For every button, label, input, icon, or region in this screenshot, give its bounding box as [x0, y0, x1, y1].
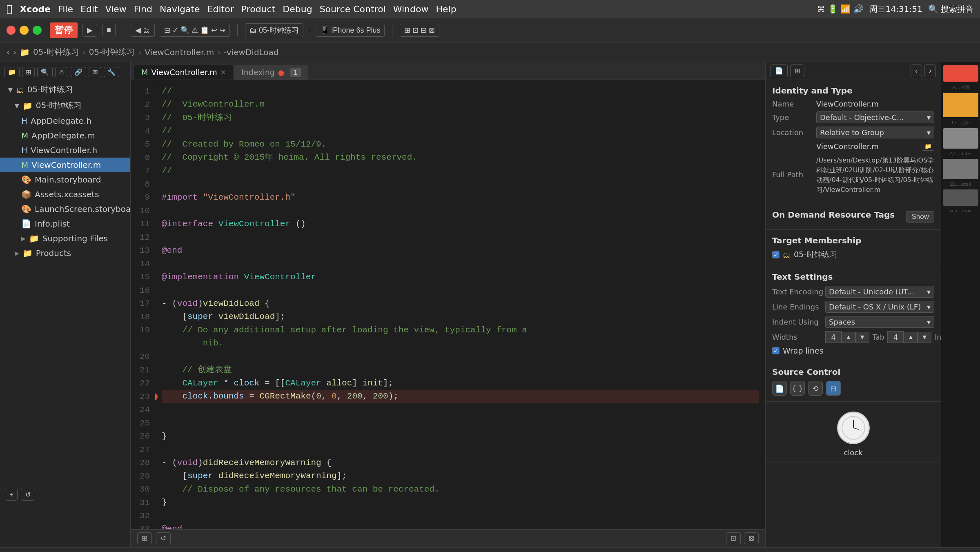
sidebar-btn-4[interactable]: ⚠	[55, 67, 68, 77]
editor-bottom-btn-4[interactable]: ⊠	[744, 532, 759, 544]
sidebar-item-assets[interactable]: 📦 Assets.xcassets	[0, 187, 130, 202]
menu-debug[interactable]: Debug	[283, 4, 312, 14]
breadcrumb-item-3[interactable]: -viewDidLoad	[224, 47, 278, 57]
sidebar-item-launch-storyboard[interactable]: 🎨 LaunchScreen.storyboard	[0, 202, 130, 216]
menu-navigate[interactable]: Navigate	[160, 4, 200, 14]
sidebar-btn-3[interactable]: 🔍	[37, 67, 53, 77]
tab-close-btn[interactable]: ✕	[220, 69, 226, 76]
breadcrumb-nav-left[interactable]: ‹	[7, 47, 10, 57]
menubar-search[interactable]: 🔍 搜索拼音	[928, 4, 973, 15]
toolbar-separator	[123, 24, 123, 36]
encoding-control: Default - Unicode (UT... ▾	[825, 286, 934, 298]
target-checkbox[interactable]: ✓	[772, 251, 780, 258]
scheme-button[interactable]: 🗂 05-时钟练习	[245, 23, 303, 37]
sidebar-nav-btn[interactable]: ↺	[21, 489, 35, 501]
menu-xcode[interactable]: Xcode	[20, 4, 51, 14]
rp-nav-right[interactable]: ›	[924, 65, 936, 77]
sc-icon-1[interactable]: 📄	[772, 381, 787, 396]
menu-editor[interactable]: Editor	[207, 4, 234, 14]
sc-icon-3[interactable]: ⟲	[808, 381, 823, 396]
sidebar-item-group[interactable]: ▼ 📁 05-时钟练习	[0, 98, 130, 114]
breadcrumb-nav-right[interactable]: ›	[13, 47, 16, 57]
minimize-button[interactable]	[20, 26, 29, 35]
menu-file[interactable]: File	[58, 4, 73, 14]
encoding-dropdown[interactable]: Default - Unicode (UT... ▾	[825, 286, 934, 298]
traffic-lights	[7, 26, 42, 35]
tab-value: 4	[825, 331, 842, 343]
layout-buttons[interactable]: ⊞ ⊡ ⊟ ⊠	[400, 24, 439, 37]
sidebar-item-appdelegate-h[interactable]: H AppDelegate.h	[0, 114, 130, 128]
sidebar-item-main-storyboard[interactable]: 🎨 Main.storyboard	[0, 172, 130, 187]
code-line-18: [super viewDidLoad];	[162, 311, 759, 324]
ln-9: 9	[131, 191, 150, 205]
sidebar-btn-6[interactable]: ✉	[89, 67, 101, 77]
close-button[interactable]	[7, 26, 16, 35]
sidebar-file-label: AppDelegate.h	[31, 116, 91, 126]
encoding-label: Text Encoding	[772, 287, 825, 296]
sidebar-item-viewcontroller-m[interactable]: M ViewController.m	[0, 158, 130, 172]
menubar:  Xcode File Edit View Find Navigate Edi…	[0, 0, 980, 18]
menu-edit[interactable]: Edit	[80, 4, 98, 14]
sidebar-file-label-5: Main.storyboard	[35, 175, 101, 185]
toolbar-icons[interactable]: ⊟ ✓ 🔍 ⚠ 📋 ↩ ↪	[160, 24, 230, 37]
indent-decrement[interactable]: ▼	[918, 332, 931, 343]
sidebar-item-viewcontroller-h[interactable]: H ViewController.h	[0, 143, 130, 158]
wrap-checkbox[interactable]: ✓	[772, 347, 780, 354]
code-content[interactable]: // // ViewController.m // 05-时钟练习 // // …	[155, 80, 765, 529]
sidebar-add-btn[interactable]: +	[5, 489, 18, 501]
wrap-row: ✓ Wrap lines	[772, 346, 934, 355]
editor-bottom-btn-2[interactable]: ↺	[156, 532, 171, 544]
menu-find[interactable]: Find	[134, 4, 152, 14]
breadcrumb-item-1[interactable]: 05-时钟练习	[89, 47, 135, 58]
file-h-icon: H	[21, 116, 27, 126]
endings-dropdown[interactable]: Default - OS X / Unix (LF) ▾	[825, 301, 934, 313]
device-button[interactable]: 📱 iPhone 6s Plus	[316, 24, 385, 37]
scheme-icon: 🗂	[249, 26, 257, 34]
tab-label: ViewController.m	[151, 68, 217, 77]
location-file-btn[interactable]: 📁	[922, 142, 934, 151]
rp-btn-2[interactable]: ⊞	[790, 65, 804, 77]
far-right-panel: 未…视频 13…业班 ZJL…aster ZJL…etail xco…dmg	[941, 62, 980, 547]
sidebar-item-products[interactable]: ▶ 📁 Products	[0, 246, 130, 260]
sc-icon-2[interactable]: { }	[790, 381, 805, 396]
tab-increment[interactable]: ▲	[842, 332, 855, 343]
sidebar-btn-1[interactable]: 📁	[4, 67, 20, 77]
sidebar-btn-2[interactable]: ⊞	[22, 67, 35, 77]
maximize-button[interactable]	[33, 26, 42, 35]
show-button[interactable]: Show	[906, 211, 934, 223]
breadcrumb-item-2[interactable]: ViewController.m	[145, 47, 214, 57]
rp-btn-1[interactable]: 📄	[771, 65, 788, 77]
menu-help[interactable]: Help	[436, 4, 456, 14]
editor-bottom-btn-3[interactable]: ⊡	[726, 532, 741, 544]
nav-back[interactable]: ◀ 🗂	[131, 24, 155, 37]
menubar-time: 周三14:31:51	[869, 4, 922, 15]
rp-nav-left[interactable]: ‹	[911, 65, 922, 77]
tab-indexing[interactable]: Indexing ● 1	[234, 65, 308, 80]
sidebar-item-supporting[interactable]: ▶ 📁 Supporting Files	[0, 231, 130, 246]
menu-source-control[interactable]: Source Control	[320, 4, 386, 14]
fr-item-2	[943, 93, 978, 117]
location-dropdown[interactable]: Relative to Group ▾	[816, 127, 934, 138]
tab-decrement[interactable]: ▼	[855, 332, 869, 343]
indent-stepper: 4 ▲ ▼	[887, 331, 931, 343]
sidebar-btn-7[interactable]: 🔧	[104, 67, 119, 77]
menu-window[interactable]: Window	[393, 4, 429, 14]
tab-viewcontroller-m[interactable]: M ViewController.m ✕	[134, 65, 233, 80]
sidebar-item-infoplist[interactable]: 📄 Info.plist	[0, 216, 130, 231]
apple-menu[interactable]: 	[7, 3, 12, 15]
menu-product[interactable]: Product	[241, 4, 276, 14]
editor-bottom-btn-1[interactable]: ⊞	[137, 532, 152, 544]
menu-view[interactable]: View	[105, 4, 127, 14]
stop-button[interactable]: ■	[102, 24, 116, 36]
sidebar-item-project[interactable]: ▼ 🗂 05-时钟练习	[0, 82, 130, 98]
indent-increment[interactable]: ▲	[904, 332, 918, 343]
sidebar-item-appdelegate-m[interactable]: M AppDelegate.m	[0, 128, 130, 143]
ln-17: 17	[131, 297, 150, 311]
type-dropdown[interactable]: Default - Objective-C... ▾	[816, 111, 934, 123]
indent-using-dropdown[interactable]: Spaces ▾	[825, 316, 934, 328]
sidebar-btn-5[interactable]: 🔗	[71, 67, 86, 77]
breadcrumb-item-0[interactable]: 05-时钟练习	[33, 47, 79, 58]
sc-icon-4[interactable]: ⊟	[826, 381, 841, 396]
ln-8: 8	[131, 178, 150, 191]
run-button[interactable]: ▶	[82, 24, 97, 37]
